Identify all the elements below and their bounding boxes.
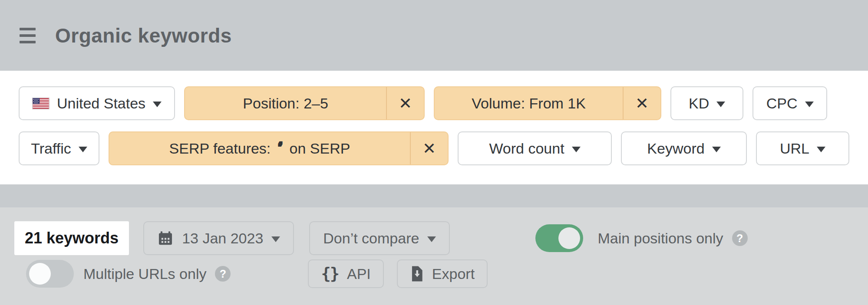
- volume-filter-label[interactable]: Volume: From 1K: [435, 87, 623, 119]
- url-filter-dropdown[interactable]: URL: [756, 131, 849, 165]
- date-picker-label: 13 Jan 2023: [182, 230, 263, 247]
- chevron-down-icon: [716, 102, 725, 107]
- export-button[interactable]: Export: [397, 259, 488, 288]
- chevron-down-icon: [572, 147, 581, 152]
- main-positions-label: Main positions only: [597, 230, 723, 247]
- api-button-label: API: [347, 266, 371, 282]
- quote-icon: ❛❜: [277, 140, 281, 155]
- compare-label: Don’t compare: [323, 230, 419, 247]
- url-filter-label: URL: [780, 140, 809, 157]
- hamburger-menu-icon[interactable]: [20, 28, 36, 43]
- position-filter-label[interactable]: Position: 2–5: [185, 87, 386, 119]
- multiple-urls-label: Multiple URLs only: [83, 266, 206, 282]
- date-picker-button[interactable]: 13 Jan 2023: [143, 221, 294, 255]
- remove-serp-features-filter-button[interactable]: ✕: [410, 132, 448, 164]
- word-count-filter-dropdown[interactable]: Word count: [458, 131, 612, 165]
- close-icon: ✕: [635, 94, 649, 113]
- word-count-filter-label: Word count: [489, 140, 564, 157]
- chevron-down-icon: [805, 102, 814, 107]
- filter-panel: United States Position: 2–5 ✕ Volume: Fr…: [0, 71, 868, 184]
- serp-features-text-prefix: SERP features:: [169, 140, 271, 157]
- toggle-knob: [29, 263, 51, 285]
- chevron-down-icon: [712, 147, 721, 152]
- section-divider-band: [0, 184, 868, 207]
- chevron-down-icon: [427, 236, 436, 242]
- hamburger-bar: [20, 41, 36, 43]
- braces-icon: {}: [321, 265, 339, 283]
- filter-row-2: Traffic SERP features: ❛❜ on SERP ✕ Word…: [19, 131, 849, 165]
- hamburger-bar: [20, 34, 36, 37]
- toolbar-row-1: 21 keywords: [14, 221, 868, 255]
- traffic-filter-label: Traffic: [31, 140, 71, 157]
- remove-position-filter-button[interactable]: ✕: [386, 87, 424, 119]
- file-download-icon: [410, 266, 424, 282]
- keyword-filter-dropdown[interactable]: Keyword: [621, 131, 747, 165]
- country-dropdown[interactable]: United States: [19, 86, 175, 120]
- us-flag-icon: [32, 98, 50, 109]
- kd-filter-dropdown[interactable]: KD: [670, 86, 743, 120]
- api-button[interactable]: {} API: [308, 259, 383, 288]
- export-button-label: Export: [432, 266, 475, 282]
- serp-features-text-suffix: on SERP: [290, 140, 350, 157]
- compare-dropdown[interactable]: Don’t compare: [309, 221, 450, 255]
- volume-filter-chip[interactable]: Volume: From 1K ✕: [434, 86, 661, 120]
- main-positions-toggle[interactable]: [535, 224, 583, 252]
- hamburger-bar: [20, 28, 36, 30]
- kd-filter-label: KD: [689, 95, 709, 112]
- organic-keywords-screen: Organic keywords: [0, 0, 868, 305]
- serp-features-filter-label[interactable]: SERP features: ❛❜ on SERP: [109, 132, 410, 164]
- calendar-icon: [157, 230, 174, 246]
- serp-features-filter-chip[interactable]: SERP features: ❛❜ on SERP ✕: [109, 131, 449, 165]
- close-icon: ✕: [399, 94, 412, 113]
- traffic-filter-dropdown[interactable]: Traffic: [19, 131, 99, 165]
- cpc-filter-dropdown[interactable]: CPC: [752, 86, 827, 120]
- keyword-filter-label: Keyword: [647, 140, 704, 157]
- page-title: Organic keywords: [55, 24, 232, 47]
- cpc-filter-label: CPC: [766, 95, 798, 112]
- toggle-knob: [558, 227, 580, 249]
- chevron-down-icon: [79, 147, 87, 152]
- question-glyph: ?: [736, 232, 743, 245]
- question-glyph: ?: [220, 268, 226, 280]
- header-bar: Organic keywords: [0, 0, 868, 71]
- filter-row-1: United States Position: 2–5 ✕ Volume: Fr…: [19, 86, 849, 120]
- chevron-down-icon: [271, 236, 280, 242]
- chevron-down-icon: [817, 147, 825, 152]
- toolbar-row-2: Multiple URLs only ? {} API Export: [14, 259, 868, 288]
- close-icon: ✕: [422, 139, 436, 158]
- results-toolbar: 21 keywords: [0, 207, 868, 288]
- position-filter-chip[interactable]: Position: 2–5 ✕: [184, 86, 425, 120]
- remove-volume-filter-button[interactable]: ✕: [623, 87, 660, 119]
- multiple-urls-toggle[interactable]: [26, 260, 74, 288]
- country-label: United States: [57, 95, 145, 112]
- help-icon[interactable]: ?: [215, 266, 231, 282]
- help-icon[interactable]: ?: [732, 230, 748, 246]
- keyword-count-badge: 21 keywords: [14, 221, 129, 255]
- chevron-down-icon: [153, 102, 162, 107]
